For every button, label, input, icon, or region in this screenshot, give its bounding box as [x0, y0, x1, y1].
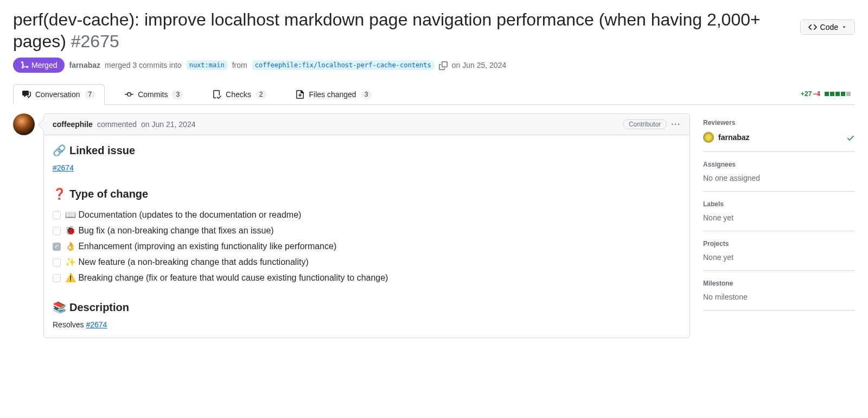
tab-files[interactable]: Files changed 3	[286, 84, 381, 105]
author-role-badge: Contributor	[623, 119, 667, 129]
file-diff-icon	[296, 90, 304, 99]
pr-tabs: Conversation 7 Commits 3 Checks 2 Files …	[13, 84, 855, 105]
projects-empty: None yet	[703, 253, 855, 262]
pr-description-comment: coffeephile commented on Jun 21, 2024 Co…	[43, 113, 690, 338]
reviewer-item[interactable]: farnabaz	[703, 132, 855, 143]
checkbox-unchecked[interactable]	[53, 258, 61, 267]
sidebar-projects: Projects None yet	[703, 231, 855, 271]
checkbox-unchecked[interactable]	[53, 227, 61, 235]
checkbox-checked[interactable]	[53, 243, 61, 251]
checklist-icon	[213, 90, 221, 99]
head-branch[interactable]: coffeephile:fix/localhost-perf-cache-con…	[252, 60, 435, 70]
merge-action-text: merged 3 commits into	[105, 61, 182, 69]
pr-title: perf(dev-cache): improve localhost markd…	[13, 9, 792, 52]
code-icon	[808, 23, 817, 31]
linked-issue-link[interactable]: #2674	[53, 163, 74, 172]
diffstat: +27 −4	[801, 90, 855, 98]
checkbox-unchecked[interactable]	[53, 274, 61, 282]
milestone-empty: No milestone	[703, 293, 855, 301]
git-commit-icon	[125, 90, 133, 99]
question-mark-icon: ❓	[53, 187, 66, 200]
base-branch[interactable]: nuxt:main	[186, 60, 228, 70]
linked-issue-heading: 🔗 Linked issue	[53, 144, 681, 157]
change-type-enhancement: 👌 Enhancement (improving an existing fun…	[53, 238, 681, 254]
deletions: −4	[813, 90, 820, 98]
sidebar-reviewers: Reviewers farnabaz	[703, 113, 855, 152]
tab-conversation[interactable]: Conversation 7	[13, 84, 105, 105]
author-avatar[interactable]	[13, 113, 35, 135]
type-of-change-heading: ❓ Type of change	[53, 187, 681, 200]
comment-action: commented	[97, 120, 137, 129]
files-count: 3	[361, 90, 372, 99]
git-merge-icon	[21, 61, 29, 69]
check-icon	[846, 132, 855, 142]
comment-menu-button[interactable]: ···	[671, 120, 681, 129]
labels-empty: None yet	[703, 213, 855, 222]
reviewer-avatar	[703, 132, 714, 143]
merge-date: on Jun 25, 2024	[452, 61, 506, 69]
conversation-count: 7	[85, 90, 96, 99]
comment-discussion-icon	[22, 90, 31, 99]
resolves-link[interactable]: #2674	[86, 320, 107, 329]
triangle-down-icon	[841, 24, 847, 30]
change-type-bugfix: 🐞 Bug fix (a non-breaking change that fi…	[53, 223, 681, 238]
description-heading: 📚 Description	[53, 301, 681, 314]
pr-title-text: perf(dev-cache): improve localhost markd…	[13, 10, 761, 51]
checkbox-unchecked[interactable]	[53, 211, 61, 219]
resolves-line: Resolves #2674	[53, 320, 681, 329]
sidebar-milestone: Milestone No milestone	[703, 271, 855, 311]
merged-badge: Merged	[13, 58, 65, 73]
copy-icon[interactable]	[439, 60, 448, 69]
code-button-label: Code	[820, 23, 838, 31]
diff-block-neutral	[846, 92, 851, 96]
commits-count: 3	[172, 90, 183, 99]
change-type-feature: ✨ New feature (a non-breaking change tha…	[53, 254, 681, 270]
sidebar-labels: Labels None yet	[703, 192, 855, 231]
comment-author[interactable]: coffeephile	[53, 120, 93, 129]
change-type-breaking: ⚠️ Breaking change (fix or feature that …	[53, 270, 681, 286]
additions: +27	[801, 90, 812, 98]
merge-actor[interactable]: farnabaz	[69, 61, 100, 69]
pr-number: #2675	[71, 31, 119, 51]
tab-commits[interactable]: Commits 3	[116, 84, 193, 105]
assignees-empty: No one assigned	[703, 174, 855, 182]
tab-checks[interactable]: Checks 2	[203, 84, 276, 105]
diff-block-add	[825, 92, 829, 96]
sidebar-assignees: Assignees No one assigned	[703, 152, 855, 192]
comment-date[interactable]: on Jun 21, 2024	[141, 120, 195, 129]
code-button[interactable]: Code	[800, 20, 855, 35]
change-type-documentation: 📖 Documentation (updates to the document…	[53, 207, 681, 223]
checks-count: 2	[256, 90, 267, 99]
